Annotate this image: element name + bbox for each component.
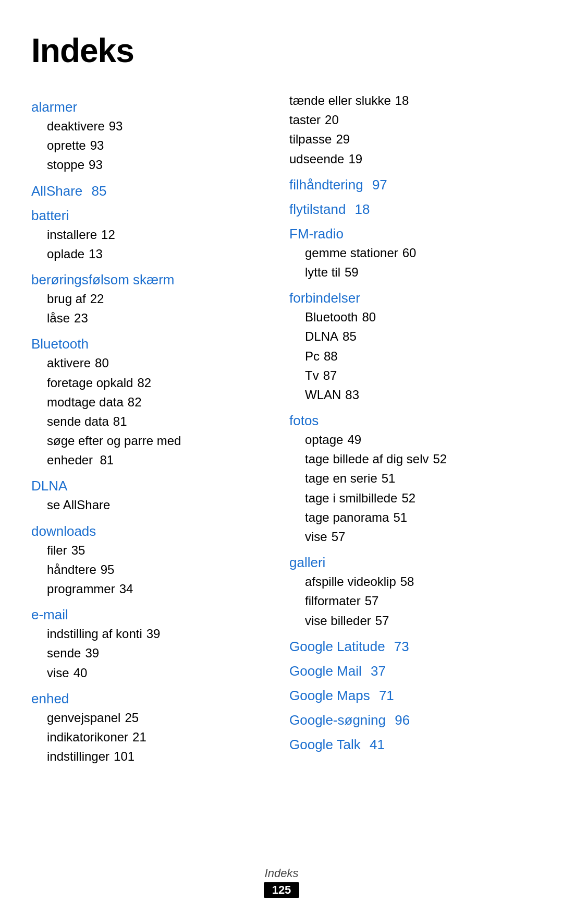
entry-heading: Google-søgning 96: [289, 712, 532, 728]
list-item: Google Latitude 73: [289, 639, 532, 655]
footer-label: Indeks: [0, 867, 563, 880]
entry-heading: DLNA: [31, 478, 274, 494]
sub-item: vise57: [289, 527, 532, 546]
list-item: e-mail indstilling af konti39 sende39 vi…: [31, 607, 274, 682]
sub-item: Tv87: [289, 366, 532, 385]
sub-item: indikatorikoner21: [31, 727, 274, 747]
entry-heading: Bluetooth: [31, 336, 274, 352]
list-item: Google Mail 37: [289, 663, 532, 679]
sub-item: tage i smilbillede52: [289, 488, 532, 508]
list-item: Google Maps 71: [289, 688, 532, 704]
entry-heading: e-mail: [31, 607, 274, 623]
list-item: Bluetooth aktivere80 foretage opkald82 m…: [31, 336, 274, 470]
sub-item: oplade13: [31, 244, 274, 263]
sub-item: Bluetooth80: [289, 307, 532, 327]
sub-item: installere12: [31, 225, 274, 244]
sub-item: vise40: [31, 663, 274, 682]
sub-item: indstilling af konti39: [31, 624, 274, 643]
sub-item: tilpasse29: [289, 129, 532, 149]
sub-item: modtage data82: [31, 392, 274, 412]
left-column: alarmer deaktivere93 oprette93 stoppe93 …: [31, 91, 289, 768]
sub-item: afspille videoklip58: [289, 572, 532, 591]
list-item: downloads filer35 håndtere95 programmer3…: [31, 523, 274, 599]
footer-page: 125: [264, 882, 300, 898]
entry-heading: AllShare 85: [31, 183, 274, 199]
sub-item: foretage opkald82: [31, 373, 274, 392]
sub-item: se AllShare: [31, 495, 274, 514]
list-item: forbindelser Bluetooth80 DLNA85 Pc88 Tv8…: [289, 290, 532, 404]
list-item: AllShare 85: [31, 183, 274, 199]
list-item: fotos optage49 tage billede af dig selv5…: [289, 413, 532, 546]
sub-item: indstillinger101: [31, 747, 274, 766]
sub-item: håndtere95: [31, 560, 274, 579]
entry-heading: Google Talk 41: [289, 737, 532, 753]
page-title: Indeks: [31, 31, 532, 70]
list-item: tænde eller slukke18 taster20 tilpasse29…: [289, 91, 532, 169]
sub-item: brug af22: [31, 289, 274, 308]
sub-item: taster20: [289, 110, 532, 129]
list-item: Google-søgning 96: [289, 712, 532, 728]
sub-item: WLAN83: [289, 385, 532, 404]
list-item: enhed genvejspanel25 indikatorikoner21 i…: [31, 691, 274, 766]
entry-heading: FM-radio: [289, 226, 532, 242]
list-item: galleri afspille videoklip58 filformater…: [289, 555, 532, 630]
list-item: filhåndtering 97: [289, 177, 532, 193]
sub-item: filer35: [31, 541, 274, 560]
entry-heading: flytilstand 18: [289, 201, 532, 218]
sub-item: tage panorama51: [289, 508, 532, 527]
entry-heading: batteri: [31, 208, 274, 224]
sub-item: søge efter og parre medenheder 81: [31, 431, 274, 470]
sub-item: vise billeder57: [289, 611, 532, 630]
list-item: FM-radio gemme stationer60 lytte til59: [289, 226, 532, 282]
sub-item: tage en serie51: [289, 469, 532, 488]
entry-heading: galleri: [289, 555, 532, 571]
sub-item: filformater57: [289, 591, 532, 610]
entry-heading: filhåndtering 97: [289, 177, 532, 193]
sub-item: DLNA85: [289, 327, 532, 346]
entry-heading: alarmer: [31, 99, 274, 115]
sub-item: låse23: [31, 308, 274, 328]
sub-item: sende39: [31, 643, 274, 663]
right-column: tænde eller slukke18 taster20 tilpasse29…: [289, 91, 532, 768]
list-item: Google Talk 41: [289, 737, 532, 753]
entry-heading: forbindelser: [289, 290, 532, 306]
sub-item: aktivere80: [31, 353, 274, 373]
sub-item: udseende19: [289, 149, 532, 169]
sub-item: deaktivere93: [31, 116, 274, 136]
sub-item: tage billede af dig selv52: [289, 449, 532, 469]
sub-item: stoppe93: [31, 155, 274, 174]
list-item: alarmer deaktivere93 oprette93 stoppe93: [31, 99, 274, 175]
sub-item: tænde eller slukke18: [289, 91, 532, 110]
sub-item: programmer34: [31, 579, 274, 598]
sub-item: lytte til59: [289, 262, 532, 282]
list-item: berøringsfølsom skærm brug af22 låse23: [31, 272, 274, 328]
entry-heading: Google Maps 71: [289, 688, 532, 704]
sub-item: sende data81: [31, 412, 274, 431]
list-item: flytilstand 18: [289, 201, 532, 218]
entry-heading: Google Mail 37: [289, 663, 532, 679]
entry-heading: berøringsfølsom skærm: [31, 272, 274, 288]
sub-item: optage49: [289, 430, 532, 449]
footer: Indeks 125: [0, 867, 563, 898]
list-item: DLNA se AllShare: [31, 478, 274, 514]
sub-item: Pc88: [289, 346, 532, 366]
entry-heading: Google Latitude 73: [289, 639, 532, 655]
entry-heading: downloads: [31, 523, 274, 539]
sub-item: oprette93: [31, 136, 274, 155]
sub-item: genvejspanel25: [31, 708, 274, 727]
sub-item: gemme stationer60: [289, 243, 532, 262]
list-item: batteri installere12 oplade13: [31, 208, 274, 263]
entry-heading: enhed: [31, 691, 274, 707]
entry-heading: fotos: [289, 413, 532, 429]
